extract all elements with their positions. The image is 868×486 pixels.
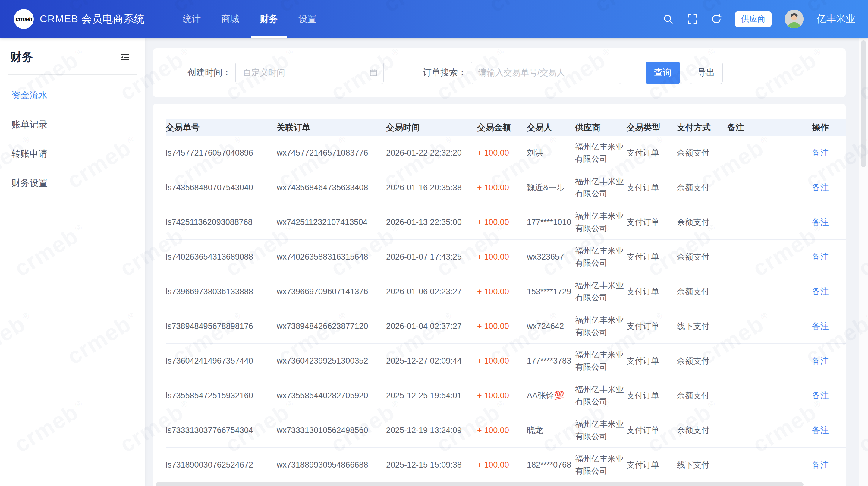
remark-action-link[interactable]: 备注 (812, 147, 829, 159)
table-row: ls740263654313689088wx740263588316315648… (166, 240, 846, 274)
trader-cell: 153****1729 (527, 285, 575, 298)
trader-cell: wx724642 (527, 320, 575, 332)
date-range-input[interactable] (236, 61, 384, 84)
export-button[interactable]: 导出 (689, 61, 723, 84)
action-cell: 备注 (793, 309, 846, 343)
transaction-time-cell: 2025-12-15 15:09:38 (386, 459, 477, 471)
action-cell: 备注 (793, 448, 846, 482)
supplier-cell: 福州亿丰米业有限公司 (575, 314, 627, 338)
tab-finance[interactable]: 财务 (251, 0, 287, 38)
header-action: 操作 (793, 119, 846, 136)
transaction-type-cell: 支付订单 (627, 285, 677, 298)
action-cell: 备注 (793, 205, 846, 239)
app-title: CRMEB 会员电商系统 (40, 12, 145, 26)
remark-action-link[interactable]: 备注 (812, 424, 829, 436)
payment-method-cell: 余额支付 (677, 251, 727, 263)
action-cell: 备注 (793, 413, 846, 447)
transaction-id-cell: ls745772176057040896 (166, 147, 277, 159)
main-content: 创建时间： 订单搜索： 查询 导出 交易单号 关联订单 交易时间 交易金额 交易… (145, 38, 868, 486)
header-payment-method: 支付方式 (677, 122, 727, 133)
order-search-field[interactable] (473, 62, 616, 84)
sidebar-item-capital-flow[interactable]: 资金流水 (11, 81, 145, 110)
action-cell: 备注 (793, 136, 846, 170)
header-supplier: 供应商 (575, 122, 627, 133)
transaction-id-cell: ls738948495678898176 (166, 320, 277, 332)
transaction-id-cell: ls742511362093088768 (166, 216, 277, 228)
transaction-type-cell: 支付订单 (627, 216, 677, 228)
app-logo: crmeb (14, 9, 34, 29)
transaction-type-cell: 支付订单 (627, 424, 677, 436)
date-range-field[interactable] (238, 62, 369, 84)
horizontal-scrollbar-thumb[interactable] (156, 482, 804, 486)
refresh-icon[interactable] (711, 13, 722, 24)
transaction-time-cell: 2026-01-13 22:35:00 (386, 216, 477, 228)
remark-action-link[interactable]: 备注 (812, 390, 829, 402)
vertical-scrollbar-thumb[interactable] (861, 40, 866, 167)
transaction-id-cell: ls733313037766754304 (166, 424, 277, 436)
app-logo-text: crmeb (16, 16, 32, 23)
remark-action-link[interactable]: 备注 (812, 216, 829, 228)
transaction-type-cell: 支付订单 (627, 355, 677, 367)
supplier-cell: 福州亿丰米业有限公司 (575, 141, 627, 165)
tab-settings[interactable]: 设置 (289, 0, 326, 38)
sidebar-title: 财务 (10, 50, 33, 65)
supplier-role-badge[interactable]: 供应商 (735, 11, 772, 27)
supplier-cell: 福州亿丰米业有限公司 (575, 418, 627, 442)
trader-cell: 177****3783 (527, 355, 575, 367)
amount-cell: + 100.00 (477, 216, 527, 228)
table-header: 交易单号 关联订单 交易时间 交易金额 交易人 供应商 交易类型 支付方式 备注… (166, 119, 846, 136)
remark-action-link[interactable]: 备注 (812, 320, 829, 332)
header-transaction-type: 交易类型 (627, 122, 677, 133)
username-label[interactable]: 亿丰米业 (817, 12, 855, 26)
horizontal-scrollbar[interactable] (156, 482, 843, 486)
transaction-id-cell: ls739669738036133888 (166, 285, 277, 298)
payment-method-cell: 余额支付 (677, 390, 727, 402)
action-cell: 备注 (793, 170, 846, 205)
related-order-cell: wx735585440282705920 (277, 390, 386, 402)
query-button[interactable]: 查询 (646, 61, 680, 84)
header-transaction-time: 交易时间 (386, 122, 477, 133)
trader-cell: 刘洪 (527, 147, 575, 159)
transaction-time-cell: 2026-01-16 20:35:38 (386, 182, 477, 193)
payment-method-cell: 余额支付 (677, 424, 727, 436)
related-order-cell: wx743568464735633408 (277, 182, 386, 193)
collapse-sidebar-icon[interactable] (120, 52, 130, 62)
search-icon[interactable] (663, 13, 674, 24)
action-cell: 备注 (793, 274, 846, 309)
create-time-label: 创建时间： (187, 67, 231, 79)
sidebar-item-finance-settings[interactable]: 财务设置 (11, 169, 145, 198)
amount-cell: + 100.00 (477, 285, 527, 298)
table-row: ls742511362093088768wx742511232107413504… (166, 205, 846, 240)
order-search-input[interactable] (471, 61, 621, 84)
related-order-cell: wx731889930954866688 (277, 459, 386, 471)
top-navbar: crmeb CRMEB 会员电商系统 统计 商城 财务 设置 供应商 (0, 0, 868, 38)
tab-statistics[interactable]: 统计 (174, 0, 210, 38)
remark-action-link[interactable]: 备注 (812, 182, 829, 193)
table-row: ls745772176057040896wx745772146571083776… (166, 136, 846, 170)
transaction-type-cell: 支付订单 (627, 147, 677, 159)
sidebar-item-bill-records[interactable]: 账单记录 (11, 110, 145, 139)
remark-action-link[interactable]: 备注 (812, 285, 829, 298)
transaction-id-cell: ls743568480707543040 (166, 182, 277, 193)
remark-action-link[interactable]: 备注 (812, 459, 829, 471)
header-transaction-id: 交易单号 (166, 122, 277, 133)
navbar-right-group: 供应商 亿丰米业 (663, 10, 868, 28)
related-order-cell: wx736042399251300352 (277, 355, 386, 367)
remark-action-link[interactable]: 备注 (812, 251, 829, 263)
user-avatar[interactable] (785, 10, 804, 28)
amount-cell: + 100.00 (477, 182, 527, 193)
sidebar-item-transfer-request[interactable]: 转账申请 (11, 139, 145, 169)
vertical-scrollbar[interactable] (859, 38, 868, 486)
transaction-id-cell: ls736042414967357440 (166, 355, 277, 367)
related-order-cell: wx740263588316315648 (277, 251, 386, 263)
transaction-id-cell: ls740263654313689088 (166, 251, 277, 263)
related-order-cell: wx745772146571083776 (277, 147, 386, 159)
remark-action-link[interactable]: 备注 (812, 355, 829, 367)
amount-cell: + 100.00 (477, 424, 527, 436)
tab-mall[interactable]: 商城 (212, 0, 248, 38)
payment-method-cell: 余额支付 (677, 182, 727, 193)
trader-cell: 182****0768 (527, 459, 575, 471)
supplier-cell: 福州亿丰米业有限公司 (575, 245, 627, 269)
fullscreen-icon[interactable] (687, 13, 698, 24)
payment-method-cell: 线下支付 (677, 459, 727, 471)
